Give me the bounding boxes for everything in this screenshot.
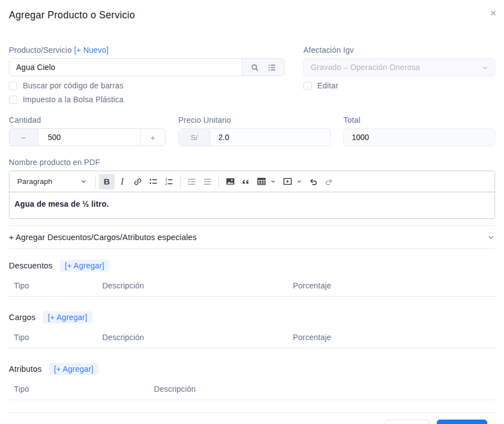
toolbar-separator (218, 175, 219, 188)
quantity-plus-button[interactable]: + (140, 129, 165, 146)
new-product-link[interactable]: [+ Nuevo] (74, 46, 108, 54)
attributes-section: Atributos [+ Agregar] Tipo Descripción (9, 363, 495, 400)
igv-selected-option: Gravado – Operación Onerosa (311, 63, 420, 72)
edit-checkbox[interactable] (303, 82, 312, 90)
block-quote-icon[interactable] (238, 174, 253, 189)
outdent-icon[interactable] (199, 174, 215, 189)
discounts-table-header: Tipo Descripción Porcentaje (9, 281, 495, 290)
product-service-label-text: Producto/Servicio (9, 46, 72, 54)
plastic-bag-checkbox[interactable] (9, 96, 17, 104)
attributes-table-header: Tipo Descripción (9, 385, 495, 393)
unit-price-label: Precio Unitario (178, 116, 331, 124)
search-icon[interactable] (250, 63, 260, 72)
igv-select[interactable]: Gravado – Operación Onerosa (303, 58, 495, 76)
modal-footer: Cerrar Agregar (9, 413, 495, 424)
close-button[interactable]: Cerrar (385, 420, 430, 424)
charges-add-button[interactable]: [+ Agregar] (43, 311, 92, 323)
link-icon[interactable] (130, 174, 146, 189)
paragraph-dropdown-label: Paragraph (17, 177, 52, 186)
discounts-section: Descuentos [+ Agregar] Tipo Descripción … (9, 260, 495, 297)
undo-icon[interactable] (306, 174, 321, 189)
attributes-add-button[interactable]: [+ Agregar] (49, 363, 98, 375)
divider (9, 296, 495, 297)
attributes-title: Atributos (9, 365, 42, 373)
add-button[interactable]: Agregar (437, 420, 487, 424)
bulleted-list-icon[interactable] (146, 174, 161, 189)
total-value: 1000 (343, 128, 495, 146)
barcode-checkbox-row: Buscar por código de barras (9, 81, 285, 90)
column-header-descripcion: Descripción (154, 385, 495, 393)
insert-media-icon[interactable] (280, 174, 295, 189)
chevron-down-icon (487, 233, 495, 242)
pdf-product-name-text: Agua de mesa de ½ litro. (14, 199, 109, 208)
numbered-list-icon[interactable]: 12 (161, 174, 177, 189)
column-header-tipo: Tipo (14, 333, 102, 342)
edit-checkbox-label: Editar (317, 81, 338, 90)
paragraph-dropdown[interactable]: Paragraph (13, 174, 92, 189)
barcode-checkbox[interactable] (9, 82, 17, 90)
quantity-stepper: − 500 + (9, 128, 166, 146)
special-options-toggle-label: + Agregar Descuentos/Cargos/Atributos es… (9, 233, 197, 242)
column-header-descripcion: Descripción (102, 281, 293, 290)
modal-header: Agregar Producto o Servicio × (0, 0, 504, 21)
product-search-input[interactable] (9, 59, 242, 76)
column-header-tipo: Tipo (14, 281, 102, 290)
column-header-porcentaje: Porcentaje (293, 333, 495, 342)
insert-table-icon[interactable] (253, 174, 269, 189)
table-options-chevron-icon[interactable] (270, 178, 276, 184)
divider (9, 248, 495, 249)
chevron-down-icon (481, 64, 489, 72)
plastic-bag-checkbox-label: Impuesto a la Bolsa Plástica (23, 95, 123, 104)
quantity-price-total-row: Cantidad − 500 + Precio Unitario S/ 2.0 … (9, 116, 495, 146)
currency-prefix: S/ (179, 129, 210, 146)
pdf-name-section: Nombre producto en PDF Paragraph B I (9, 158, 495, 219)
column-header-tipo: Tipo (14, 385, 154, 393)
product-service-label: Producto/Servicio [+ Nuevo] (9, 46, 285, 54)
svg-text:1: 1 (165, 177, 167, 181)
toolbar-separator (180, 175, 181, 188)
rich-text-editor: Paragraph B I 12 (9, 171, 495, 219)
quantity-label: Cantidad (9, 116, 166, 124)
divider (9, 400, 495, 400)
column-header-porcentaje: Porcentaje (293, 281, 495, 290)
product-search-actions (242, 59, 284, 76)
igv-label: Afectación Igv (303, 46, 495, 54)
editor-content[interactable]: Agua de mesa de ½ litro. (9, 192, 495, 218)
charges-title: Cargos (9, 313, 36, 322)
barcode-checkbox-label: Buscar por código de barras (23, 81, 123, 90)
italic-icon[interactable]: I (114, 174, 130, 189)
plastic-bag-checkbox-row: Impuesto a la Bolsa Plástica (9, 95, 285, 104)
redo-icon[interactable] (321, 174, 337, 189)
divider (9, 348, 495, 348)
svg-text:2: 2 (165, 182, 167, 186)
indent-icon[interactable] (184, 174, 199, 189)
column-header-descripcion: Descripción (102, 333, 293, 342)
add-product-modal: Agregar Producto o Servicio × Producto/S… (0, 0, 504, 424)
quantity-value[interactable]: 500 (38, 129, 140, 146)
modal-title: Agregar Producto o Servicio (9, 9, 495, 21)
product-list-icon[interactable] (267, 63, 277, 72)
discounts-add-button[interactable]: [+ Agregar] (60, 260, 109, 272)
product-igv-row: Producto/Servicio [+ Nuevo] (9, 46, 495, 104)
media-options-chevron-icon[interactable] (296, 178, 302, 184)
product-search-group (9, 58, 285, 76)
charges-table-header: Tipo Descripción Porcentaje (9, 333, 495, 342)
editor-toolbar: Paragraph B I 12 (9, 171, 495, 192)
unit-price-value[interactable]: 2.0 (210, 129, 330, 146)
edit-checkbox-row: Editar (303, 81, 495, 90)
pdf-name-label: Nombre producto en PDF (9, 158, 495, 167)
chevron-down-icon (80, 178, 87, 185)
discounts-title: Descuentos (9, 261, 53, 270)
quantity-minus-button[interactable]: − (9, 129, 38, 146)
charges-section: Cargos [+ Agregar] Tipo Descripción Porc… (9, 311, 495, 348)
toolbar-separator (95, 175, 96, 188)
close-icon[interactable]: × (490, 8, 496, 18)
unit-price-group: S/ 2.0 (178, 128, 331, 146)
insert-image-icon[interactable] (222, 174, 238, 189)
total-label: Total (343, 116, 495, 124)
bold-icon[interactable]: B (99, 174, 114, 189)
special-options-toggle[interactable]: + Agregar Descuentos/Cargos/Atributos es… (9, 226, 495, 248)
